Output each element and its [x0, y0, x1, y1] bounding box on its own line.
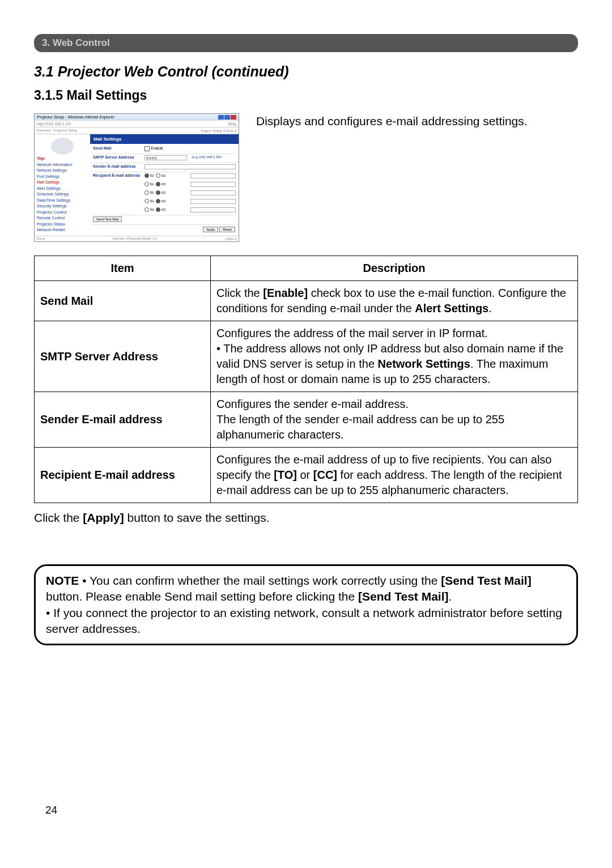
sidebar-item: Network Information	[37, 162, 88, 168]
cc-radio[interactable]	[156, 173, 160, 178]
enable-label: Enable	[151, 146, 163, 150]
toolbar-right: Page ▾ Safety ▾ Tools ▾	[201, 129, 236, 133]
note-box: NOTE • You can confirm whether the mail …	[34, 564, 578, 645]
col-item: Item	[35, 256, 211, 281]
to-radio[interactable]	[144, 182, 149, 186]
sidebar-item: Security Settings	[37, 203, 88, 210]
to-label: to	[150, 173, 154, 177]
cc-radio[interactable]	[156, 182, 160, 186]
row-desc: Click the [Enable] check box to use the …	[211, 281, 578, 321]
row-desc: Configures the address of the mail serve…	[211, 321, 578, 392]
minimize-icon	[218, 115, 224, 120]
to-label: to	[150, 182, 154, 186]
sidebar-item: Schedule Settings	[37, 192, 88, 198]
sidebar: Top: Network Information Network Setting…	[35, 134, 90, 236]
row-sender-label: Sender E-mail address	[91, 163, 142, 171]
table-row: SMTP Server Address Configures the addre…	[35, 321, 578, 392]
sidebar-item: Network Restart	[37, 227, 88, 233]
manual-page: 3. Web Control 3.1 Projector Web Control…	[0, 0, 612, 850]
col-desc: Description	[211, 256, 578, 281]
sidebar-item: Alert Settings	[37, 186, 88, 192]
table-row: Sender E-mail address Configures the sen…	[35, 392, 578, 448]
row-smtp-label: SMTP Server Address	[91, 154, 142, 161]
window-title: Projector Setup - Windows Internet Explo…	[37, 115, 114, 120]
enable-checkbox[interactable]	[144, 146, 150, 151]
sidebar-item: Network Settings	[37, 168, 88, 174]
row-item: Sender E-mail address	[35, 392, 211, 448]
projector-icon	[51, 138, 74, 155]
sender-input[interactable]	[144, 164, 236, 169]
panel-header: Mail Settings	[90, 134, 239, 144]
apply-button[interactable]: Apply	[203, 227, 218, 232]
cc-label: cc	[162, 190, 165, 194]
after-table-text: Click the [Apply] button to save the set…	[34, 511, 578, 525]
page-number: 24	[34, 804, 578, 816]
to-radio[interactable]	[144, 190, 149, 195]
to-radio[interactable]	[144, 199, 149, 203]
sidebar-top: Top:	[37, 156, 88, 162]
tab-label: Projector Setup	[54, 129, 77, 132]
cc-radio[interactable]	[156, 199, 160, 203]
section-title: 3.1 Projector Web Control (continued)	[34, 63, 578, 80]
cc-label: cc	[162, 199, 165, 203]
cc-label: cc	[162, 207, 165, 211]
to-label: to	[150, 199, 154, 203]
reset-button[interactable]: Reset	[219, 227, 235, 232]
status-mid: Internet | Protected Mode: On	[113, 237, 158, 241]
cc-radio[interactable]	[156, 207, 160, 212]
to-radio[interactable]	[144, 207, 149, 212]
sidebar-item-active: Mail Settings	[37, 180, 88, 186]
row-sendmail-label: Send Mail	[91, 145, 142, 152]
url-text: http://192.168.1.10/	[37, 122, 71, 126]
recipient-input[interactable]	[190, 199, 236, 204]
status-left: Done	[37, 237, 45, 241]
status-right: 100% ▾	[225, 237, 236, 241]
sidebar-item: Projector Control	[37, 210, 88, 216]
intro-text: Displays and configures e-mail addressin…	[256, 113, 578, 129]
row-item: SMTP Server Address	[35, 321, 211, 392]
cc-radio[interactable]	[156, 190, 160, 195]
cc-label: cc	[162, 173, 165, 177]
maximize-icon	[224, 115, 230, 120]
row-recipient-label: Recipient E-mail address	[91, 172, 142, 214]
send-test-button[interactable]: Send Test Mail	[93, 216, 122, 222]
to-radio[interactable]	[144, 173, 149, 178]
note-label: NOTE	[46, 574, 79, 587]
row-desc: Configures the sender e-mail address. Th…	[211, 392, 578, 448]
table-row: Recipient E-mail address Configures the …	[35, 448, 578, 503]
subsection-title: 3.1.5 Mail Settings	[34, 88, 578, 103]
description-table: Item Description Send Mail Click the [En…	[34, 256, 578, 503]
sidebar-item: Projector Status	[37, 222, 88, 228]
favorites-label: Favorites	[37, 129, 51, 132]
recipient-input[interactable]	[190, 207, 236, 212]
sidebar-item: Port Settings	[37, 174, 88, 180]
row-desc: Configures the e-mail address of up to f…	[211, 448, 578, 503]
sidebar-item: Remote Control	[37, 215, 88, 222]
smtp-input[interactable]	[144, 155, 187, 160]
table-row: Send Mail Click the [Enable] check box t…	[35, 281, 578, 321]
sidebar-item: Date/Time Settings	[37, 198, 88, 204]
row-item: Send Mail	[35, 281, 211, 321]
cc-label: cc	[162, 182, 165, 186]
close-icon	[231, 115, 236, 120]
recipient-input[interactable]	[190, 190, 236, 195]
screenshot: Projector Setup - Windows Internet Explo…	[34, 113, 239, 242]
to-label: to	[150, 207, 154, 211]
recipient-input[interactable]	[190, 173, 236, 178]
recipient-input[interactable]	[190, 182, 236, 187]
search-hint: Bing	[228, 122, 236, 126]
note-p2: • If you connect the projector to an exi…	[46, 606, 562, 635]
row-item: Recipient E-mail address	[35, 448, 211, 503]
section-header: 3. Web Control	[34, 34, 578, 52]
smtp-example: (e.g.)192.168.1.254	[190, 154, 237, 161]
to-label: to	[150, 190, 154, 194]
